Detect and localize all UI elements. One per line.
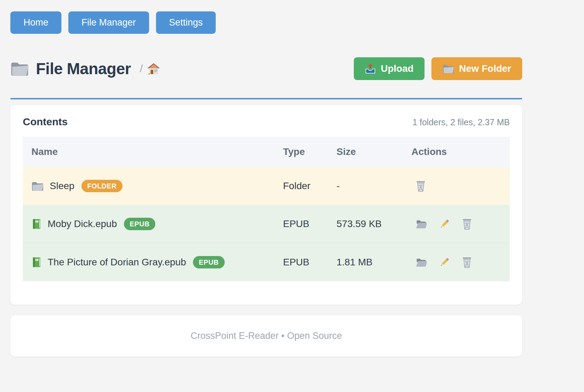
- delete-button[interactable]: [416, 180, 426, 192]
- page-title: File Manager: [36, 59, 131, 78]
- footer: CrossPoint E-Reader • Open Source: [10, 315, 522, 356]
- book-icon: [31, 218, 42, 230]
- table-row-file[interactable]: Moby Dick.epub EPUB EPUB 573.59 KB: [23, 205, 510, 243]
- upload-tray-icon: [365, 63, 376, 74]
- nav-home-button[interactable]: Home: [10, 11, 61, 34]
- folder-icon: [31, 181, 44, 192]
- breadcrumb: /: [140, 62, 160, 75]
- row-actions: [411, 180, 510, 192]
- item-name[interactable]: Sleep: [50, 180, 75, 192]
- open-folder-button[interactable]: [416, 257, 427, 267]
- nav-file-manager-button[interactable]: File Manager: [68, 11, 149, 34]
- delete-button[interactable]: [462, 218, 472, 230]
- open-folder-button[interactable]: [416, 219, 427, 229]
- contents-card: Contents 1 folders, 2 files, 2.37 MB Nam…: [10, 105, 522, 305]
- file-table: Name Type Size Actions: [23, 137, 510, 281]
- edit-button[interactable]: [439, 257, 450, 268]
- breadcrumb-separator: /: [140, 63, 143, 75]
- item-size: -: [337, 167, 411, 205]
- contents-summary: 1 folders, 2 files, 2.37 MB: [412, 117, 510, 127]
- epub-badge: EPUB: [124, 218, 156, 230]
- column-header-name: Name: [23, 137, 283, 167]
- item-size: 1.81 MB: [337, 243, 411, 282]
- upload-button-label: Upload: [381, 64, 413, 74]
- page-container: Home File Manager Settings File Manager …: [10, 0, 522, 356]
- folder-icon: [10, 61, 29, 77]
- edit-button[interactable]: [439, 218, 450, 229]
- epub-badge: EPUB: [193, 256, 225, 268]
- item-type: Folder: [283, 167, 337, 205]
- table-header-row: Name Type Size Actions: [23, 137, 510, 167]
- contents-heading: Contents: [23, 116, 68, 128]
- table-row-file[interactable]: The Picture of Dorian Gray.epub EPUB EPU…: [23, 243, 510, 282]
- row-actions: [411, 256, 510, 268]
- column-header-size: Size: [337, 137, 411, 167]
- page-header: File Manager /: [10, 57, 522, 80]
- title-group: File Manager /: [10, 59, 160, 78]
- item-type: EPUB: [283, 243, 337, 282]
- folder-icon: [442, 64, 454, 74]
- top-nav: Home File Manager Settings: [10, 0, 522, 34]
- header-divider: [10, 98, 522, 99]
- item-name[interactable]: The Picture of Dorian Gray.epub: [48, 257, 186, 268]
- folder-badge: FOLDER: [81, 180, 123, 192]
- contents-header: Contents 1 folders, 2 files, 2.37 MB: [23, 116, 510, 128]
- item-size: 573.59 KB: [337, 205, 411, 243]
- delete-button[interactable]: [462, 256, 472, 268]
- column-header-type: Type: [283, 137, 337, 167]
- footer-text: CrossPoint E-Reader • Open Source: [191, 331, 342, 341]
- header-actions: Upload New Folder: [354, 57, 522, 80]
- book-icon: [31, 256, 42, 268]
- table-row-folder[interactable]: Sleep FOLDER Folder -: [23, 167, 510, 205]
- house-icon[interactable]: [147, 62, 160, 75]
- new-folder-button[interactable]: New Folder: [431, 57, 522, 80]
- row-actions: [411, 218, 510, 230]
- nav-settings-button[interactable]: Settings: [156, 11, 216, 34]
- item-name[interactable]: Moby Dick.epub: [48, 218, 117, 229]
- item-type: EPUB: [283, 205, 337, 243]
- new-folder-button-label: New Folder: [459, 64, 511, 74]
- upload-button[interactable]: Upload: [354, 57, 425, 80]
- column-header-actions: Actions: [411, 137, 510, 167]
